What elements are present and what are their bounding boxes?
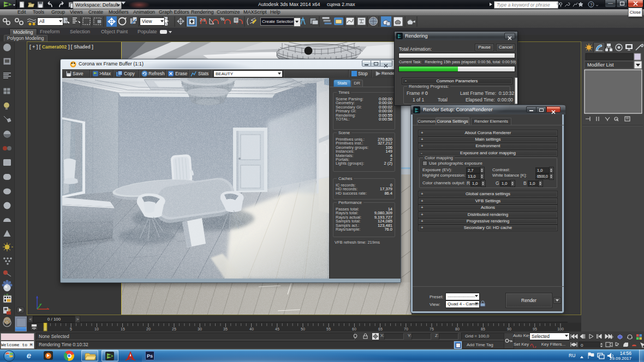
svg-text:?: ?: [590, 2, 593, 7]
svg-text:0: 0: [581, 343, 583, 348]
svg-text:Modifier List: Modifier List: [587, 62, 614, 68]
svg-text:?: ?: [5, 321, 8, 326]
svg-text:%: %: [220, 16, 225, 22]
